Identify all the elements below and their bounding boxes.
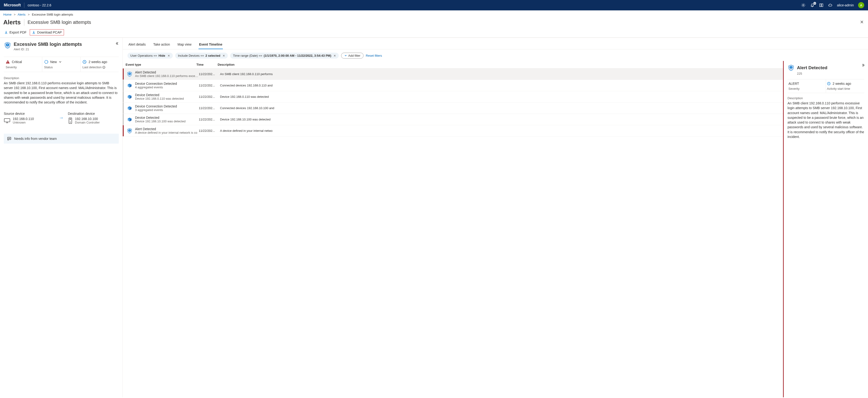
clock-icon bbox=[827, 82, 831, 86]
tab-alert-details[interactable]: Alert details bbox=[128, 41, 146, 49]
remove-filter-icon[interactable]: ✕ bbox=[334, 54, 336, 57]
row-title: Device Connection Detected bbox=[135, 82, 199, 86]
breadcrumb-alerts[interactable]: Alerts bbox=[18, 13, 26, 16]
table-row[interactable]: Alert Detected An SMB client 192.168.0.1… bbox=[123, 68, 783, 80]
severity-label: Severity bbox=[6, 65, 40, 69]
warning-icon bbox=[6, 60, 10, 64]
bell-icon[interactable]: 0 bbox=[810, 3, 815, 7]
top-navbar: Microsoft contoso - 22.2.6 0 alice-admin… bbox=[0, 0, 868, 10]
shield-icon bbox=[4, 41, 11, 49]
row-title: Alert Detected bbox=[135, 127, 199, 131]
page-title: Alerts bbox=[3, 19, 21, 26]
divider bbox=[24, 3, 24, 8]
download-pcap-button[interactable]: Download PCAP bbox=[30, 29, 64, 35]
cube-icon bbox=[127, 94, 133, 100]
filter-bar: User Operations == Hide✕Include Devices … bbox=[123, 49, 868, 61]
row-time: 11/22/202... bbox=[199, 129, 220, 133]
table-row[interactable]: Device Connection Detected 3 aggregated … bbox=[123, 103, 783, 114]
row-time: 11/22/202... bbox=[199, 95, 220, 98]
tab-take-action[interactable]: Take action bbox=[153, 41, 170, 49]
source-type: Unknown bbox=[13, 121, 34, 124]
alert-summary-panel: Excessive SMB login attempts Alert ID: 2… bbox=[0, 38, 123, 397]
row-title: Alert Detected bbox=[135, 70, 199, 74]
severity-bar bbox=[123, 103, 124, 114]
detail-severity-value: ALERT bbox=[788, 82, 825, 86]
filter-pill[interactable]: User Operations == Hide✕ bbox=[127, 53, 173, 59]
avatar[interactable]: A bbox=[858, 2, 864, 8]
filter-pill[interactable]: Include Devices == 2 selected✕ bbox=[175, 53, 228, 59]
add-filter-button[interactable]: ⫧ Add filter bbox=[341, 53, 363, 59]
page-subtitle: Excessive SMB login attempts bbox=[28, 20, 859, 25]
svg-rect-9 bbox=[4, 119, 10, 122]
svg-rect-21 bbox=[129, 131, 130, 131]
detail-time-value: 2 weeks ago bbox=[833, 82, 851, 86]
detail-count: 225 bbox=[797, 72, 864, 75]
filter-pill[interactable]: Time range (Date) == (1/1/1970, 2:00:00 … bbox=[230, 53, 339, 59]
status-value: New bbox=[50, 60, 57, 64]
cloud-icon[interactable] bbox=[828, 3, 833, 7]
svg-rect-23 bbox=[791, 66, 791, 67]
remove-filter-icon[interactable]: ✕ bbox=[223, 54, 225, 57]
monitor-icon bbox=[4, 118, 10, 123]
header-description[interactable]: Description bbox=[218, 63, 780, 66]
row-subtitle: 3 aggregated events bbox=[135, 108, 199, 112]
gear-icon[interactable] bbox=[801, 3, 806, 7]
clock-icon bbox=[82, 60, 87, 64]
new-status-icon bbox=[44, 60, 49, 64]
shield-icon bbox=[127, 71, 133, 77]
row-time: 11/22/202... bbox=[199, 118, 220, 121]
cube-icon bbox=[127, 116, 133, 122]
detail-time-label: Activity start time bbox=[827, 87, 863, 90]
info-icon[interactable] bbox=[102, 66, 105, 69]
alert-id: Alert ID: 21 bbox=[14, 48, 82, 51]
last-detection-value: 2 weeks ago bbox=[89, 60, 107, 64]
svg-point-0 bbox=[803, 4, 804, 6]
table-row[interactable]: Device Detected Device 192.168.10.100 wa… bbox=[123, 114, 783, 125]
row-title: Device Detected bbox=[135, 93, 199, 97]
row-description: Connected devices 192.168.10.100 and bbox=[220, 106, 780, 110]
brand-logo: Microsoft bbox=[4, 3, 21, 7]
row-time: 11/22/202... bbox=[199, 106, 220, 110]
source-ip: 192.168.0.110 bbox=[13, 117, 34, 121]
row-subtitle: A device defined in your internal networ… bbox=[135, 131, 199, 134]
book-icon[interactable] bbox=[819, 3, 824, 7]
expand-icon[interactable] bbox=[862, 63, 866, 68]
header-time[interactable]: Time bbox=[196, 63, 218, 66]
dest-device-label: Destination device bbox=[68, 112, 119, 115]
header-event-type[interactable]: Event type bbox=[126, 63, 196, 66]
svg-rect-2 bbox=[7, 44, 8, 45]
severity-bar bbox=[123, 114, 124, 125]
notification-badge: 0 bbox=[813, 2, 816, 5]
row-description: Device 192.168.10.100 was detected bbox=[220, 118, 780, 121]
cube-icon bbox=[127, 82, 133, 89]
severity-bar bbox=[123, 68, 124, 80]
table-row[interactable]: Device Detected Device 192.168.0.110 was… bbox=[123, 91, 783, 103]
remove-filter-icon[interactable]: ✕ bbox=[167, 54, 170, 57]
breadcrumb-current: Excessive SMB login attempts bbox=[32, 13, 73, 16]
table-row[interactable]: Alert Detected A device defined in your … bbox=[123, 125, 783, 137]
table-row[interactable]: Device Connection Detected 4 aggregated … bbox=[123, 80, 783, 91]
description-label: Description bbox=[4, 76, 119, 80]
row-time: 11/22/202... bbox=[199, 84, 220, 87]
tab-map-view[interactable]: Map view bbox=[177, 41, 192, 49]
detail-description-label: Description bbox=[787, 96, 864, 100]
close-icon[interactable] bbox=[859, 19, 865, 26]
username: alice-admin bbox=[837, 3, 854, 7]
comment-icon bbox=[7, 137, 11, 141]
svg-rect-17 bbox=[129, 73, 130, 74]
breadcrumb-home[interactable]: Home bbox=[3, 13, 11, 16]
cube-icon bbox=[127, 105, 133, 111]
export-pdf-button[interactable]: Export PDF bbox=[2, 30, 28, 35]
note-text: Needs info from vendor team bbox=[14, 137, 57, 141]
tab-event-timeline[interactable]: Event Timeline bbox=[198, 41, 223, 49]
row-time: 11/22/202... bbox=[199, 72, 220, 76]
svg-rect-5 bbox=[7, 63, 8, 63]
reset-filters-link[interactable]: Reset filters bbox=[366, 54, 382, 57]
chevron-down-icon[interactable] bbox=[59, 60, 62, 63]
comment-note[interactable]: Needs info from vendor team bbox=[4, 134, 119, 144]
shield-icon bbox=[127, 128, 133, 134]
source-device-label: Source device bbox=[4, 112, 55, 115]
collapse-icon[interactable] bbox=[115, 41, 119, 46]
row-description: Device 192.168.0.110 was detected bbox=[220, 95, 780, 98]
alert-title: Excessive SMB login attempts bbox=[14, 41, 82, 47]
